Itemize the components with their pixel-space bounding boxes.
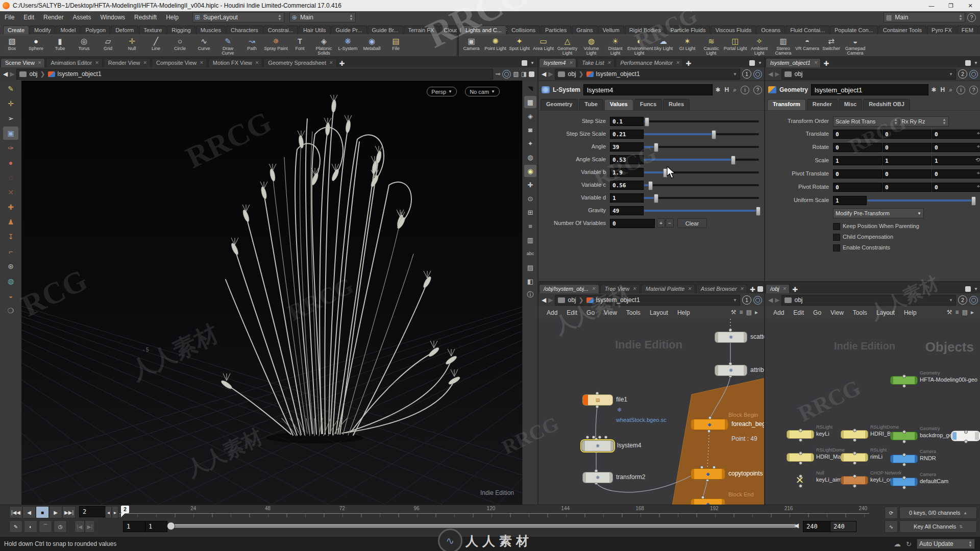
shelf-tool-distant-light[interactable]: ☀Distant Light [603,35,627,56]
param-value-field[interactable]: 39 [610,142,644,152]
shelf-tab-r-4[interactable]: Vellum [598,26,624,34]
param-slider-handle[interactable] [731,156,736,165]
network-node-scatte[interactable]: ❋ [715,332,747,343]
ik-tool-icon[interactable]: ⌐ [3,245,18,258]
parameter-path-field[interactable]: obj ❯ lsystem_object1 ▼ [555,69,740,80]
shelf-tool-path[interactable]: ↝Path [240,35,264,51]
forward-arrow-icon[interactable]: ▶ [548,296,553,304]
pane-maximize-icon[interactable] [757,286,763,292]
shelf-tool-ambient-light[interactable]: ✧Ambient Light [747,35,771,56]
network-path-field[interactable]: obj ❯ lsystem_object1 ▼ [555,295,740,306]
param-slider[interactable] [644,210,759,212]
snap-grid-icon[interactable]: ⊞ [524,206,536,218]
add-tab-icon[interactable]: ✚ [790,286,800,293]
shelf-tab-r-12[interactable]: Pyro FX [927,26,957,34]
tab-scene-2[interactable]: Render View✕ [104,58,151,67]
shelf-tool-gamepad-camera[interactable]: ◒Gamepad Camera [843,35,867,56]
param-slider[interactable] [867,199,974,202]
forward-arrow-icon[interactable]: ▶ [548,70,553,78]
netmenu-help[interactable]: Help [673,309,694,316]
vector-field-0[interactable]: 0 [833,143,882,152]
desktop-select[interactable]: ▤ Main ▲▼ [884,12,965,22]
netmenu-help[interactable]: Help [900,309,921,316]
net-icon-1[interactable]: ≡ [955,309,959,316]
tab-close-icon[interactable]: ✕ [740,286,744,291]
folder-tab-misc[interactable]: Misc [839,99,862,110]
info-icon[interactable]: i [957,86,965,94]
object-path-field[interactable]: obj ▼ [781,69,956,80]
viewport[interactable]: Persp▼ No cam▼ Indie Edition - 5 [21,81,522,505]
channel-scope-icon[interactable]: ∿ [885,520,898,533]
tab-param-2[interactable]: Performance Monitor✕ [616,58,683,67]
paint-tool-icon[interactable]: ✑ [3,141,18,155]
shelf-tool-font[interactable]: TFont [288,35,312,51]
menu-help[interactable]: Help [161,11,183,23]
tab-objparam-0[interactable]: lsystem_object1✕ [766,58,821,67]
modify-pretransform-select[interactable]: Modify Pre-Transform▼ [833,208,924,218]
shelf-tab-l-9[interactable]: Constrai... [263,26,298,34]
range-end2-field[interactable]: 240 [830,521,856,532]
globe-view-icon[interactable]: ◍ [524,151,536,163]
follow-icon[interactable] [753,70,762,79]
object-network-canvas[interactable]: Indie EditionObjectsGeometryHFTA-Modelin… [765,319,980,506]
shelf-tab-r-1[interactable]: Collisions [507,26,540,34]
network-node-file1[interactable]: ▤ [582,394,613,406]
stop-button[interactable]: ■ [36,506,49,518]
range-slider-right-handle[interactable]: ◀ [794,522,799,529]
wheel-tool-icon[interactable]: ⊛ [3,260,18,273]
pane-link-badge[interactable]: 1 [742,295,751,305]
shelf-tab-l-3[interactable]: Polygon [81,26,110,34]
netmenu-view[interactable]: View [826,309,848,316]
vector-field-2[interactable]: 0 [932,183,980,192]
tab-scene-0[interactable]: Scene View✕ [1,58,45,67]
pane-menu-icon[interactable]: ▼ [758,61,762,65]
keyframe-icon[interactable]: ⌖ [977,130,980,137]
keyframe-icon[interactable]: ⌖ [977,183,980,190]
desktop-layout-select[interactable]: ⊞ SuperLayout ▲▼ [192,12,284,22]
tab-close-icon[interactable]: ✕ [255,60,259,65]
back-arrow-icon[interactable]: ◀ [542,70,546,78]
shelf-tool-torus[interactable]: ◎Torus [72,35,96,51]
menu-file[interactable]: File [0,11,19,23]
pose-tool-icon[interactable]: ♟ [3,215,18,229]
shelf-tab-r-11[interactable]: Container Tools [878,26,926,34]
secure-selection-lock-icon[interactable]: ▣ [3,127,18,140]
pane-maximize-icon[interactable] [749,60,755,66]
close-button[interactable]: ✕ [961,0,980,11]
current-frame-field[interactable]: 2 [79,506,109,517]
param-slider[interactable] [644,159,759,161]
camera-lock-icon[interactable]: ◙ [524,123,536,136]
add-tab-icon[interactable]: ✚ [821,60,831,67]
shelf-tool-file[interactable]: ▤File [384,35,408,51]
param-value-field[interactable]: 1.9 [610,168,644,177]
vector-field-1[interactable]: 0 [883,183,932,192]
param-value-field[interactable]: 0.1 [610,117,644,126]
network-node-lsystem4[interactable]: ❋ [581,440,614,452]
add-tab-icon[interactable]: ✚ [683,60,693,67]
tab-scene-5[interactable]: Geometry Spreadsheet✕ [263,58,336,67]
help-icon[interactable]: ? [753,86,762,94]
shelf-tool-metaball[interactable]: ◉Metaball [360,35,384,51]
node-name-field[interactable]: lsystem4 [583,84,713,95]
shelf-tab-r-3[interactable]: Grains [572,26,597,34]
select-tool-icon[interactable]: ➢ [3,112,18,125]
network-node-foreach_begi[interactable]: ◆ [691,419,728,430]
tab-net-0[interactable]: /obj/lsystem_obj...✕ [539,284,599,293]
pane-menu-icon[interactable]: ▼ [530,61,534,65]
frame-step-back-button[interactable]: ◂ [105,506,112,518]
search-icon[interactable]: ⌕ [949,86,952,93]
vector-field-0[interactable]: 0 [833,130,882,139]
tab-close-icon[interactable]: ✕ [329,60,333,65]
param-slider-handle[interactable] [654,194,658,203]
follow-icon[interactable] [969,296,978,305]
add-keyframe-tool-icon[interactable]: ✛ [3,97,18,110]
tab-objnet-0[interactable]: /obj✕ [766,284,790,293]
shelf-divider[interactable] [457,23,459,56]
shade-view-icon[interactable]: ▥ [524,234,536,246]
param-value-field[interactable]: 0.21 [610,130,644,139]
decrement-button[interactable]: − [666,218,674,228]
forward-arrow-icon[interactable]: ▶ [775,70,779,78]
pane-expand-icon[interactable]: ◥ [524,82,536,94]
add-tab-icon[interactable]: ✚ [748,286,757,293]
param-slider-handle[interactable] [648,181,653,190]
